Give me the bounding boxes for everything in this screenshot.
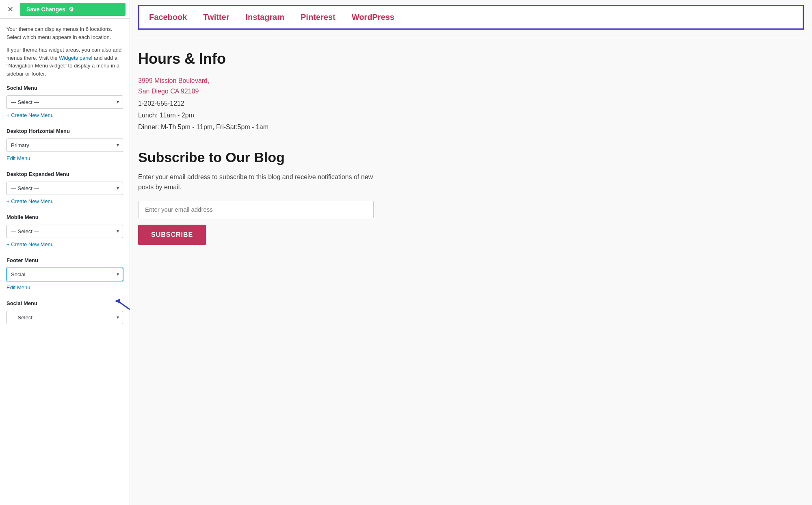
social-menu-select-wrapper: — Select — Primary Social ▾: [6, 95, 123, 109]
desktop-expanded-select[interactable]: — Select — Primary Social: [6, 182, 123, 195]
main-content: Hours & Info 3999 Mission Boulevard, San…: [130, 38, 520, 261]
left-panel: ✕ Save Changes ⚙ Your theme can display …: [0, 0, 130, 505]
social-nav-instagram[interactable]: Instagram: [245, 13, 284, 22]
desktop-expanded-select-wrapper: — Select — Primary Social ▾: [6, 182, 123, 195]
panel-content: Your theme can display menus in 6 locati…: [0, 19, 130, 333]
social-menu-2-label: Social Menu: [6, 299, 123, 308]
save-changes-button[interactable]: Save Changes ⚙: [20, 3, 126, 16]
phone: 1-202-555-1212: [138, 98, 512, 110]
hours-title: Hours & Info: [138, 50, 512, 67]
subscribe-description: Enter your email address to subscribe to…: [138, 172, 382, 193]
desktop-expanded-create-link[interactable]: + Create New Menu: [6, 197, 54, 206]
subscribe-button[interactable]: SUBSCRIBE: [138, 225, 206, 245]
desktop-expanded-label: Desktop Expanded Menu: [6, 170, 123, 178]
social-nav-twitter[interactable]: Twitter: [203, 13, 229, 22]
right-panel: Facebook Twitter Instagram Pinterest Wor…: [130, 0, 812, 505]
footer-menu-select[interactable]: — Select — Primary Social: [6, 268, 123, 281]
mobile-menu-create-link[interactable]: + Create New Menu: [6, 241, 54, 249]
dinner-hours: Dinner: M-Th 5pm - 11pm, Fri-Sat:5pm - 1…: [138, 121, 512, 133]
social-menu-label: Social Menu: [6, 84, 123, 92]
mobile-menu-label: Mobile Menu: [6, 213, 123, 221]
description-2: If your theme has widget areas, you can …: [6, 46, 123, 78]
social-nav-pinterest[interactable]: Pinterest: [301, 13, 336, 22]
gear-icon: ⚙: [69, 6, 74, 13]
mobile-menu-select-wrapper: — Select — Primary Social ▾: [6, 225, 123, 238]
email-input[interactable]: [138, 201, 374, 218]
footer-menu-edit-link[interactable]: Edit Menu: [6, 284, 30, 292]
social-menu-2-select[interactable]: — Select — Primary Social: [6, 311, 123, 324]
address-link[interactable]: 3999 Mission Boulevard, San Diego CA 921…: [138, 76, 512, 96]
social-menu-2-select-wrapper: — Select — Primary Social ▾: [6, 311, 123, 324]
description-1: Your theme can display menus in 6 locati…: [6, 25, 123, 41]
desktop-horizontal-select[interactable]: — Select — Primary Social: [6, 139, 123, 152]
address-line2: San Diego CA 92109: [138, 88, 199, 95]
top-bar: ✕ Save Changes ⚙: [0, 0, 130, 19]
widgets-panel-link[interactable]: Widgets panel: [59, 55, 92, 61]
social-menu-create-link[interactable]: + Create New Menu: [6, 111, 54, 119]
footer-menu-label: Footer Menu: [6, 256, 123, 264]
social-menu-select[interactable]: — Select — Primary Social: [6, 95, 123, 109]
close-icon: ✕: [7, 5, 13, 14]
desktop-horizontal-select-wrapper: — Select — Primary Social ▾: [6, 139, 123, 152]
close-button[interactable]: ✕: [4, 3, 17, 15]
social-nav-wordpress[interactable]: WordPress: [352, 13, 394, 22]
hours-info: 1-202-555-1212 Lunch: 11am - 2pm Dinner:…: [138, 98, 512, 133]
social-nav: Facebook Twitter Instagram Pinterest Wor…: [138, 5, 804, 30]
lunch-hours: Lunch: 11am - 2pm: [138, 110, 512, 121]
social-nav-facebook[interactable]: Facebook: [149, 13, 187, 22]
desktop-horizontal-edit-link[interactable]: Edit Menu: [6, 154, 30, 163]
mobile-menu-select[interactable]: — Select — Primary Social: [6, 225, 123, 238]
save-changes-label: Save Changes: [26, 6, 65, 13]
address-line1: 3999 Mission Boulevard,: [138, 77, 209, 84]
footer-menu-select-wrapper: — Select — Primary Social ▾: [6, 268, 123, 281]
subscribe-title: Subscribe to Our Blog: [138, 150, 512, 165]
desktop-horizontal-label: Desktop Horizontal Menu: [6, 127, 123, 135]
